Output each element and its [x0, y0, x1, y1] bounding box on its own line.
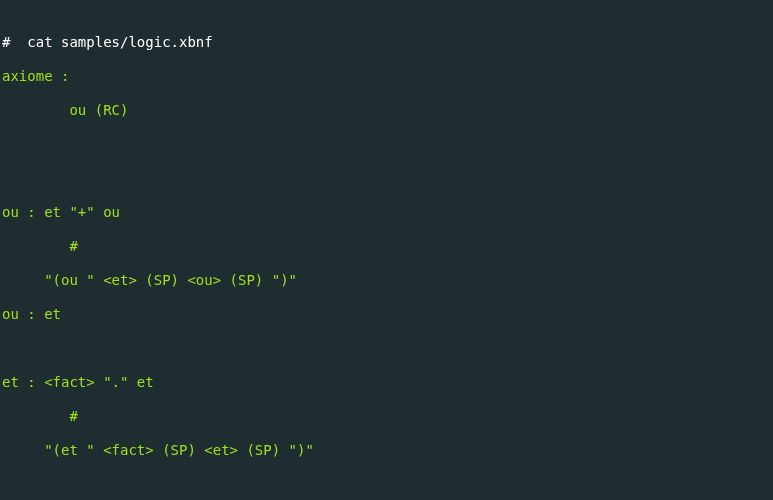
output-line: axiome :	[2, 68, 771, 85]
output-line: "(et " <fact> (SP) <et> (SP) ")"	[2, 442, 771, 459]
output-line: ou : et	[2, 306, 771, 323]
output-line	[2, 340, 771, 357]
output-line: ou : et "+" ou	[2, 204, 771, 221]
output-line	[2, 476, 771, 493]
output-line	[2, 170, 771, 187]
output-line	[2, 136, 771, 153]
output-line: #	[2, 408, 771, 425]
output-line: et : <fact> "." et	[2, 374, 771, 391]
output-line: #	[2, 238, 771, 255]
cmd-cat-xbnf: # cat samples/logic.xbnf	[2, 34, 771, 51]
output-line: ou (RC)	[2, 102, 771, 119]
output-line: "(ou " <et> (SP) <ou> (SP) ")"	[2, 272, 771, 289]
terminal[interactable]: # cat samples/logic.xbnf axiome : ou (RC…	[0, 17, 773, 500]
